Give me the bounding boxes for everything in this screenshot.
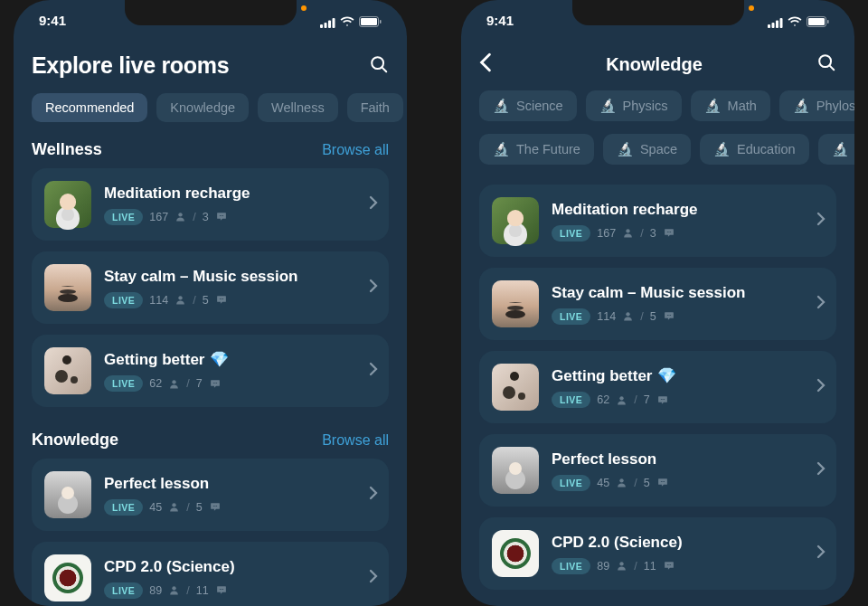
- svg-point-56: [668, 564, 669, 565]
- svg-point-55: [666, 564, 667, 565]
- room-card[interactable]: Perfect lesson LIVE 45 / 5: [479, 434, 836, 507]
- chevron-right-icon: [369, 486, 378, 504]
- status-bar: 9:41: [461, 0, 854, 40]
- chat-icon: [656, 394, 669, 406]
- svg-point-48: [662, 398, 663, 399]
- status-time: 9:41: [39, 13, 66, 28]
- room-card[interactable]: Perfect lesson LIVE 45 / 5: [32, 459, 389, 531]
- room-meta: LIVE 45 / 5: [104, 499, 356, 516]
- live-badge: LIVE: [552, 225, 590, 241]
- svg-point-13: [179, 296, 183, 299]
- tab-recommended[interactable]: Recommended: [32, 93, 147, 122]
- app-header: Explore live rooms: [14, 40, 407, 93]
- room-meta: LIVE 114 / 5: [104, 292, 356, 308]
- svg-point-40: [668, 232, 669, 232]
- room-meta: LIVE 167 / 3: [104, 209, 356, 225]
- listener-count: 89: [597, 560, 609, 573]
- svg-point-16: [222, 298, 223, 299]
- microscope-icon: 🔬: [617, 141, 634, 157]
- live-badge: LIVE: [552, 392, 590, 408]
- status-bar: 9:41: [14, 0, 407, 40]
- live-badge: LIVE: [552, 308, 590, 325]
- search-button[interactable]: [369, 54, 389, 78]
- svg-point-23: [214, 506, 215, 507]
- comment-count: 5: [644, 477, 650, 489]
- status-time: 9:41: [486, 13, 514, 28]
- room-title: Stay calm – Music session: [552, 284, 804, 302]
- tab-knowledge[interactable]: Knowledge: [156, 93, 249, 122]
- room-list-knowledge: Perfect lesson LIVE 45 / 5 CPD 2.0 (Scie…: [14, 459, 407, 606]
- wifi-icon: [788, 14, 802, 25]
- content-scroll[interactable]: Meditation recharge LIVE 167 / 3 Stay ca…: [461, 185, 854, 606]
- chat-icon: [663, 227, 675, 239]
- section-header-wellness: Wellness Browse all: [14, 135, 407, 168]
- svg-point-25: [173, 586, 176, 590]
- content-scroll[interactable]: Wellness Browse all Meditation recharge …: [14, 135, 407, 606]
- room-card[interactable]: Meditation recharge LIVE 167 / 3: [32, 168, 389, 241]
- svg-point-51: [661, 481, 662, 482]
- topic-chip-space[interactable]: 🔬Space: [603, 134, 691, 165]
- svg-rect-35: [827, 20, 829, 24]
- svg-point-15: [221, 298, 222, 299]
- search-icon: [369, 54, 389, 74]
- topic-chip-phylosophy[interactable]: 🔬Phylosophy: [779, 90, 854, 121]
- svg-point-18: [213, 382, 214, 383]
- cellular-icon: [768, 15, 783, 25]
- tab-wellness[interactable]: Wellness: [258, 93, 338, 122]
- room-thumbnail: [492, 280, 539, 327]
- svg-point-43: [666, 315, 667, 316]
- chevron-right-icon: [816, 212, 826, 230]
- topic-chip-physics[interactable]: 🔬Physics: [586, 90, 682, 121]
- topic-chip-future[interactable]: 🔬The Future: [479, 134, 594, 165]
- chat-icon: [656, 477, 669, 488]
- room-card[interactable]: Stay calm – Music session LIVE 114 / 5: [479, 268, 836, 340]
- room-card[interactable]: CPD 2.0 (Science) LIVE 89 / 11: [479, 517, 836, 590]
- room-title: Perfect lesson: [552, 450, 804, 469]
- microscope-icon: 🔬: [704, 98, 722, 114]
- chat-icon: [215, 584, 228, 596]
- listener-count: 45: [149, 501, 162, 514]
- chat-icon: [209, 378, 222, 390]
- status-indicators: [320, 14, 382, 25]
- room-card[interactable]: Stay calm – Music session LIVE 114 / 5: [32, 251, 389, 324]
- svg-rect-1: [325, 23, 327, 28]
- topic-chip-biology[interactable]: 🔬Biology: [818, 134, 854, 165]
- room-card[interactable]: Getting better 💎 LIVE 62 / 7: [32, 335, 389, 407]
- room-thumbnail: [492, 530, 539, 577]
- person-icon: [175, 211, 186, 223]
- svg-point-11: [221, 215, 222, 216]
- listener-count: 62: [149, 377, 162, 390]
- chat-icon: [209, 501, 222, 513]
- back-button[interactable]: [479, 52, 492, 76]
- microscope-icon: 🔬: [832, 141, 849, 157]
- topic-chip-math[interactable]: 🔬Math: [691, 90, 770, 121]
- svg-point-46: [620, 396, 624, 400]
- room-meta: LIVE 114 / 5: [552, 308, 804, 325]
- room-card[interactable]: Meditation recharge LIVE 167 / 3: [479, 185, 836, 257]
- svg-rect-2: [328, 20, 331, 28]
- search-button[interactable]: [816, 52, 836, 76]
- room-info: CPD 2.0 (Science) LIVE 89 / 11: [104, 558, 356, 599]
- browse-all-link[interactable]: Browse all: [322, 432, 389, 449]
- phone-knowledge: 9:41 Knowledge 🔬Science 🔬Physics 🔬Math 🔬…: [461, 0, 854, 606]
- live-badge: LIVE: [552, 475, 590, 491]
- room-card[interactable]: Getting better 💎 LIVE 62 / 7: [479, 351, 836, 423]
- comment-count: 7: [644, 393, 650, 406]
- svg-rect-5: [361, 18, 377, 25]
- microscope-icon: 🔬: [493, 141, 510, 157]
- room-thumbnail: [44, 264, 91, 311]
- topic-row-2: 🔬The Future 🔬Space 🔬Education 🔬Biology: [461, 134, 854, 185]
- svg-point-22: [213, 506, 214, 507]
- svg-point-39: [666, 232, 667, 232]
- room-info: Stay calm – Music session LIVE 114 / 5: [104, 268, 356, 308]
- svg-rect-30: [772, 23, 775, 28]
- room-card[interactable]: CPD 2.0 (Science) LIVE 89 / 11: [32, 542, 389, 606]
- tab-faith[interactable]: Faith: [347, 93, 403, 122]
- svg-point-53: [664, 481, 665, 482]
- topic-chip-science[interactable]: 🔬Science: [479, 90, 577, 121]
- comment-count: 7: [196, 377, 203, 390]
- topic-chip-education[interactable]: 🔬Education: [700, 134, 809, 165]
- browse-all-link[interactable]: Browse all: [322, 142, 389, 158]
- svg-point-57: [670, 564, 671, 565]
- room-thumbnail: [492, 197, 539, 244]
